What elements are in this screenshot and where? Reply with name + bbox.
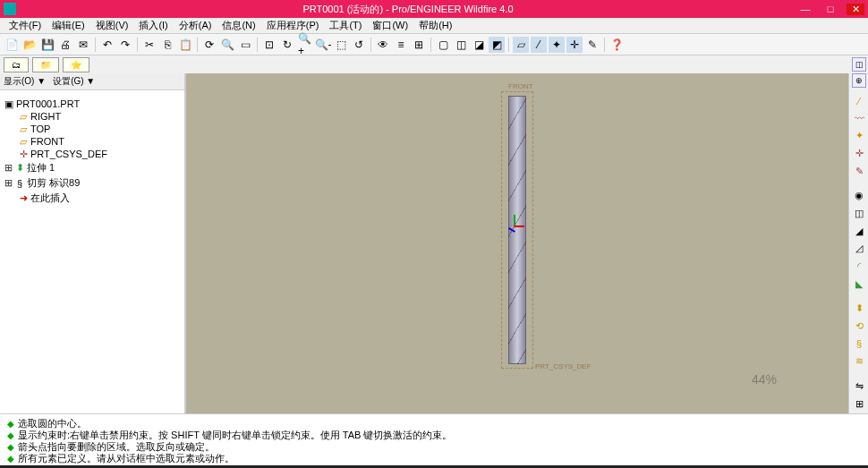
chamfer-icon[interactable]: ◣ [851,276,867,292]
spin-icon[interactable]: ↻ [279,37,295,53]
folder-tab[interactable]: 📁 [32,57,59,72]
minimize-button[interactable]: — [796,4,814,15]
hidden-icon[interactable]: ◫ [453,37,469,53]
separator [95,38,96,52]
select-icon[interactable]: ▭ [237,37,253,53]
message-area: ◆选取圆的中心。 ◆显示约束时:右键单击禁用约束。按 SHIFT 键同时右键单击… [0,413,868,465]
cut-icon[interactable]: ✂ [141,37,157,53]
new-icon[interactable]: 📄 [4,37,20,53]
tree-label: PRT0001.PRT [16,98,80,109]
part-icon: ▣ [4,98,14,109]
y-axis-icon [514,215,515,225]
datum-point-icon[interactable]: ✦ [851,128,867,144]
menu-window[interactable]: 窗口(W) [367,19,413,32]
tree-plane-right[interactable]: ▱ RIGHT [4,110,181,123]
copy-icon[interactable]: ⎘ [159,37,175,53]
mirror-icon[interactable]: ⇋ [851,379,867,395]
sweep-icon: § [14,178,25,189]
maximize-button[interactable]: □ [821,4,839,15]
save-icon[interactable]: 💾 [39,37,55,53]
titlebar: PRT0001 (活动的) - Pro/ENGINEER Wildfire 4.… [0,0,868,18]
datum-csys-toggle-icon[interactable]: ✛ [566,37,583,53]
repaint-icon[interactable]: ↺ [351,37,367,53]
menu-tools[interactable]: 工具(T) [324,19,367,32]
expand-icon[interactable]: ⊞ [4,162,13,174]
view-saved-icon[interactable]: 👁 [375,37,391,53]
menu-info[interactable]: 信息(N) [217,19,260,32]
insert-arrow-icon: ➜ [18,193,29,204]
tree-label: 在此插入 [30,191,70,205]
menu-analysis[interactable]: 分析(A) [174,19,217,32]
annotation-toggle-icon[interactable]: ✎ [584,37,600,53]
layer-icon[interactable]: ≡ [393,37,409,53]
menu-insert[interactable]: 插入(I) [133,19,173,32]
app-icon [4,3,16,15]
menu-help[interactable]: 帮助(H) [413,19,457,32]
datum-curve-icon[interactable]: 〰 [851,110,867,126]
datum-point-toggle-icon[interactable]: ✦ [549,37,565,53]
ext-tool-2[interactable]: ⊕ [852,73,866,88]
tree-insert-here[interactable]: ➜ 在此插入 [4,191,181,206]
mail-icon[interactable]: ✉ [75,37,91,53]
message-text: 箭头点指向要删除的区域。选取反向或确定。 [18,441,215,453]
wireframe-icon[interactable]: ▢ [435,37,451,53]
separator [257,38,258,52]
tree-sweep[interactable]: ⊞ § 切剪 标识89 [4,175,181,191]
blend-icon[interactable]: ≋ [851,353,867,370]
message-line: ◆所有元素已定义。请从对话框中选取元素或动作。 [7,453,861,464]
hole-icon[interactable]: ◉ [851,188,867,204]
extrude-icon[interactable]: ⬍ [851,301,867,317]
zoom-out-icon[interactable]: 🔍- [315,37,331,53]
datum-axis-icon[interactable]: ∕ [851,93,867,109]
csys-icon: ✛ [18,149,29,159]
paste-icon[interactable]: 📋 [177,37,193,53]
open-icon[interactable]: 📂 [21,37,38,53]
tree-csys[interactable]: ✛ PRT_CSYS_DEF [4,148,181,160]
zoom-fit-icon[interactable]: ⬚ [333,37,349,53]
sketch-icon[interactable]: ✎ [851,163,867,179]
help-icon[interactable]: ❓ [608,37,625,53]
pattern-icon[interactable]: ⊞ [851,396,867,412]
revolve-icon[interactable]: ⟲ [851,319,867,335]
tree-plane-top[interactable]: ▱ TOP [4,123,181,135]
sweep-icon[interactable]: § [851,336,867,352]
rib-icon[interactable]: ◢ [851,223,867,239]
datum-label-csys: PRT_CSYS_DEF [535,362,591,370]
zoom-indicator: 44% [752,372,777,387]
print-icon[interactable]: 🖨 [57,37,73,53]
undo-icon[interactable]: ↶ [99,37,115,53]
search-icon[interactable]: 🔍 [219,37,235,53]
tree-icon-tab[interactable]: 🗂 [4,57,29,72]
ext-tool-1[interactable]: ◫ [852,57,866,72]
datum-label-front: FRONT [508,82,533,90]
expand-icon[interactable]: ⊞ [4,177,13,189]
tree-label: 拉伸 1 [27,161,55,174]
menu-view[interactable]: 视图(V) [90,19,134,32]
tree-extrude[interactable]: ⊞ ⬍ 拉伸 1 [4,160,181,175]
tree-plane-front[interactable]: ▱ FRONT [4,135,181,148]
datum-axis-toggle-icon[interactable]: ∕ [531,37,547,53]
star-tab[interactable]: ⭐ [63,57,89,72]
refit-icon[interactable]: ⊡ [261,37,277,53]
close-button[interactable]: ✕ [847,4,864,15]
datum-plane-toggle-icon[interactable]: ▱ [513,37,529,53]
shade-icon[interactable]: ◩ [489,37,505,53]
nohidden-icon[interactable]: ◪ [471,37,487,53]
menu-edit[interactable]: 编辑(E) [47,19,90,32]
tree-show-dropdown[interactable]: 显示(O) ▼ [4,75,46,88]
zoom-in-icon[interactable]: 🔍+ [297,37,313,53]
view-manager-icon[interactable]: ⊞ [411,37,427,53]
tree-root[interactable]: ▣ PRT0001.PRT [4,98,181,110]
separator [197,38,198,52]
graphics-viewport[interactable]: FRONT PRT_CSYS_DEF 44% [186,73,848,413]
redo-icon[interactable]: ↷ [117,37,133,53]
tree-settings-dropdown[interactable]: 设置(G) ▼ [53,75,95,88]
draft-icon[interactable]: ◿ [851,241,867,257]
separator [604,38,605,52]
regen-icon[interactable]: ⟳ [201,37,217,53]
shell-icon[interactable]: ◫ [851,206,867,222]
round-icon[interactable]: ◜ [851,259,867,275]
menu-app[interactable]: 应用程序(P) [261,19,325,32]
datum-csys-icon[interactable]: ✛ [851,146,867,162]
menu-file[interactable]: 文件(F) [4,19,47,32]
